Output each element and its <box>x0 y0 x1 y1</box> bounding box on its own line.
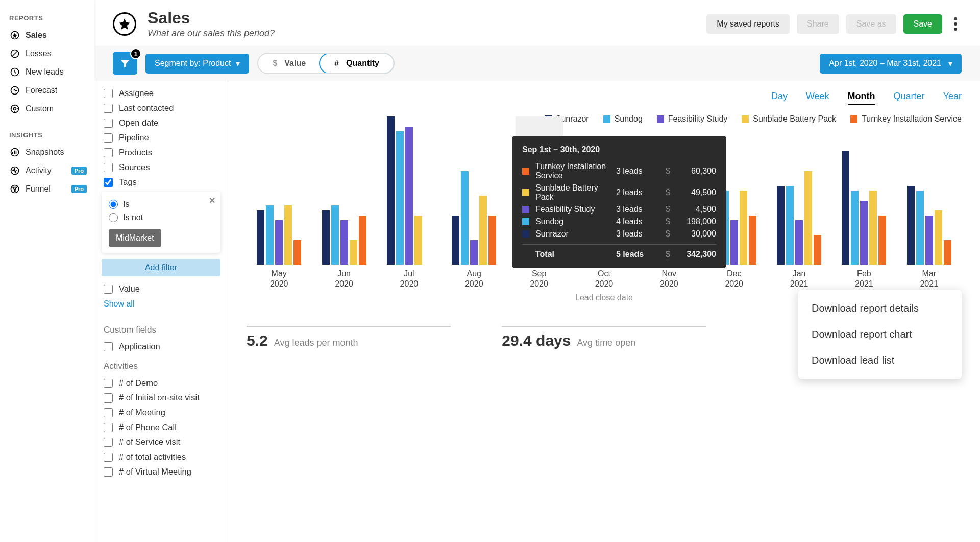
date-range-picker[interactable]: Apr 1st, 2020 – Mar 31st, 2021 ▾ <box>820 54 962 74</box>
bar[interactable] <box>851 191 859 265</box>
bar[interactable] <box>804 171 812 265</box>
download-menu-item[interactable]: Download report chart <box>798 321 962 347</box>
bar[interactable] <box>331 205 339 265</box>
checkbox-last-contacted[interactable] <box>104 104 113 113</box>
bar[interactable] <box>479 196 487 265</box>
sidebar: REPORTS SalesLossesNew leadsForecastCust… <box>0 0 94 542</box>
period-tab-week[interactable]: Week <box>806 91 829 105</box>
my-saved-reports-button[interactable]: My saved reports <box>706 14 790 34</box>
bar[interactable] <box>322 210 330 265</box>
month-column[interactable]: Aug2020 <box>442 116 506 289</box>
bar[interactable] <box>907 186 915 265</box>
period-tab-year[interactable]: Year <box>943 91 962 105</box>
pill-value[interactable]: $ Value <box>258 54 320 73</box>
bar[interactable] <box>730 220 738 265</box>
bar[interactable] <box>266 205 274 265</box>
month-column[interactable]: Feb2021 <box>831 116 896 289</box>
checkbox--of-initial-on-site-visit[interactable] <box>104 393 113 403</box>
period-tab-quarter[interactable]: Quarter <box>894 91 925 105</box>
checkbox--of-service-visit[interactable] <box>104 438 113 447</box>
checkbox--of-meeting[interactable] <box>104 408 113 417</box>
month-column[interactable]: Jun2020 <box>311 116 376 289</box>
bar[interactable] <box>860 201 868 265</box>
checkbox-assignee[interactable] <box>104 89 113 98</box>
segment-by-dropdown[interactable]: Segment by: Product ▾ <box>145 54 249 74</box>
bar[interactable] <box>340 220 348 265</box>
bar[interactable] <box>916 191 924 265</box>
checkbox-application[interactable] <box>104 342 113 351</box>
period-tab-day[interactable]: Day <box>771 91 788 105</box>
checkbox-products[interactable] <box>104 148 113 157</box>
bar[interactable] <box>275 220 283 265</box>
value-quantity-toggle: $ Value # Quantity <box>257 53 395 74</box>
bar[interactable] <box>470 240 478 265</box>
bar[interactable] <box>944 240 951 265</box>
bar[interactable] <box>359 216 366 265</box>
checkbox--of-virtual-meeting[interactable] <box>104 467 113 477</box>
bar[interactable] <box>461 171 469 265</box>
bar[interactable] <box>842 151 849 265</box>
sidebar-item-activity[interactable]: ActivityPro <box>0 161 94 180</box>
sidebar-item-new-leads[interactable]: New leads <box>0 63 94 81</box>
filter-button[interactable]: 1 <box>113 52 137 75</box>
bar[interactable] <box>749 216 756 265</box>
x-tick-label: Jan2021 <box>790 269 808 289</box>
month-column[interactable]: May2020 <box>247 116 311 289</box>
radio-is[interactable] <box>109 200 118 209</box>
download-menu-item[interactable]: Download lead list <box>798 347 962 373</box>
bar[interactable] <box>740 191 747 265</box>
checkbox-tags[interactable] <box>104 178 113 187</box>
add-filter-button[interactable]: Add filter <box>102 259 220 276</box>
checkbox--of-demo[interactable] <box>104 379 113 388</box>
close-icon[interactable]: ✕ <box>209 196 215 205</box>
save-button[interactable]: Save <box>903 14 942 34</box>
bar[interactable] <box>387 116 395 265</box>
bar[interactable] <box>777 186 785 265</box>
pill-quantity[interactable]: # Quantity <box>319 53 395 74</box>
checkbox--of-phone-call[interactable] <box>104 423 113 432</box>
bar[interactable] <box>878 216 886 265</box>
checkbox--of-total-activities[interactable] <box>104 453 113 462</box>
month-column[interactable]: Jan2021 <box>767 116 831 289</box>
bar[interactable] <box>935 210 942 265</box>
bar[interactable] <box>396 131 404 265</box>
period-tab-month[interactable]: Month <box>848 91 875 105</box>
tag-chip[interactable]: MidMarket <box>109 229 161 247</box>
chevron-down-icon: ▾ <box>948 59 952 68</box>
radio-is-not[interactable] <box>109 213 118 222</box>
kebab-menu-icon[interactable] <box>949 17 962 31</box>
bar[interactable] <box>795 220 803 265</box>
bar[interactable] <box>452 216 459 265</box>
icon <box>9 165 20 176</box>
sidebar-item-custom[interactable]: Custom <box>0 100 94 118</box>
show-all-link[interactable]: Show all <box>94 296 228 318</box>
sidebar-item-forecast[interactable]: Forecast <box>0 81 94 100</box>
bar[interactable] <box>786 186 794 265</box>
bar[interactable] <box>257 210 264 265</box>
bar[interactable] <box>405 127 413 265</box>
sidebar-item-losses[interactable]: Losses <box>0 44 94 63</box>
checkbox-pipeline[interactable] <box>104 133 113 143</box>
bar[interactable] <box>925 216 933 265</box>
sidebar-item-sales[interactable]: Sales <box>0 26 94 44</box>
icon <box>9 147 20 158</box>
bar[interactable] <box>414 216 422 265</box>
bar[interactable] <box>293 240 301 265</box>
bar[interactable] <box>869 191 877 265</box>
bar[interactable] <box>814 235 821 265</box>
save-as-button[interactable]: Save as <box>846 14 896 34</box>
icon <box>9 66 20 78</box>
month-column[interactable]: Jul2020 <box>377 116 442 289</box>
checkbox-open-date[interactable] <box>104 119 113 128</box>
bar[interactable] <box>488 216 496 265</box>
chevron-down-icon: ▾ <box>236 59 240 68</box>
download-menu-item[interactable]: Download report details <box>798 295 962 321</box>
sidebar-item-funnel[interactable]: FunnelPro <box>0 180 94 198</box>
share-button[interactable]: Share <box>797 14 839 34</box>
sidebar-item-snapshots[interactable]: Snapshots <box>0 143 94 161</box>
checkbox-sources[interactable] <box>104 163 113 172</box>
checkbox-value[interactable] <box>104 285 113 294</box>
month-column[interactable]: Mar2021 <box>897 116 962 289</box>
bar[interactable] <box>284 205 292 265</box>
bar[interactable] <box>350 240 357 265</box>
